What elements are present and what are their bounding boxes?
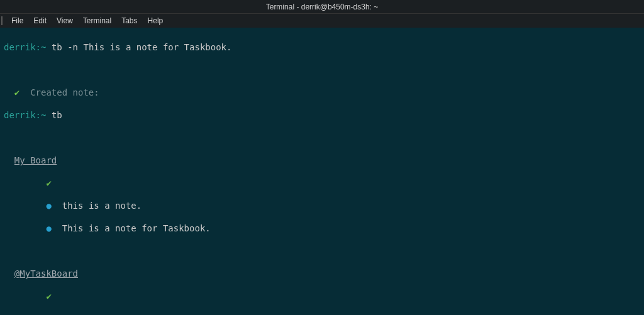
menu-terminal[interactable]: Terminal	[78, 16, 116, 25]
window-title: Terminal - derrik@b450m-ds3h: ~	[266, 3, 379, 11]
menu-edit[interactable]: Edit	[28, 16, 52, 25]
prompt-path: ~	[41, 42, 46, 52]
board-title: @MyTaskBoard	[14, 268, 78, 279]
line-board2-title: @MyTaskBoard	[4, 268, 640, 279]
line-cmd2: derrik:~ tb	[4, 109, 640, 121]
line-board2-check: ✔	[4, 290, 640, 302]
command-text: tb -n This is a note for Taskbook.	[52, 42, 232, 52]
line-cmd1: derrik:~ tb -n This is a note for Taskbo…	[4, 41, 640, 53]
prompt-sep: :	[36, 42, 41, 52]
check-icon: ✔	[14, 87, 19, 97]
menu-bar: File Edit View Terminal Tabs Help	[0, 14, 644, 28]
line-blank	[4, 245, 640, 257]
created-note-label: Created note:	[30, 87, 99, 97]
line-created: ✔ Created note:	[4, 87, 640, 98]
line-blank	[4, 64, 640, 75]
board-title: My Board	[14, 155, 57, 165]
line-board1-title: My Board	[4, 155, 640, 166]
check-icon: ✔	[46, 178, 51, 188]
bullet-icon: ●	[46, 201, 51, 211]
line-board1-check: ✔	[4, 177, 640, 189]
menu-grip-icon	[1, 16, 3, 25]
note-text: This is a note for Taskbook.	[62, 223, 211, 233]
prompt-user: derrik	[4, 110, 36, 120]
bullet-icon: ●	[46, 223, 51, 233]
line-board1-item2: ● This is a note for Taskbook.	[4, 223, 640, 234]
command-text: tb	[52, 110, 62, 120]
terminal-output[interactable]: derrik:~ tb -n This is a note for Taskbo…	[0, 28, 644, 315]
menu-view[interactable]: View	[52, 16, 78, 25]
prompt-user: derrik	[4, 42, 36, 52]
menu-file[interactable]: File	[6, 16, 28, 25]
menu-help[interactable]: Help	[143, 16, 169, 25]
prompt-sep: :	[36, 110, 41, 120]
menu-tabs[interactable]: Tabs	[116, 16, 142, 25]
prompt-path: ~	[41, 110, 46, 120]
line-board1-item1: ● this is a note.	[4, 200, 640, 211]
note-text: this is a note.	[62, 201, 142, 211]
window-titlebar: Terminal - derrik@b450m-ds3h: ~	[0, 0, 644, 14]
check-icon: ✔	[46, 291, 51, 301]
line-blank	[4, 132, 640, 143]
